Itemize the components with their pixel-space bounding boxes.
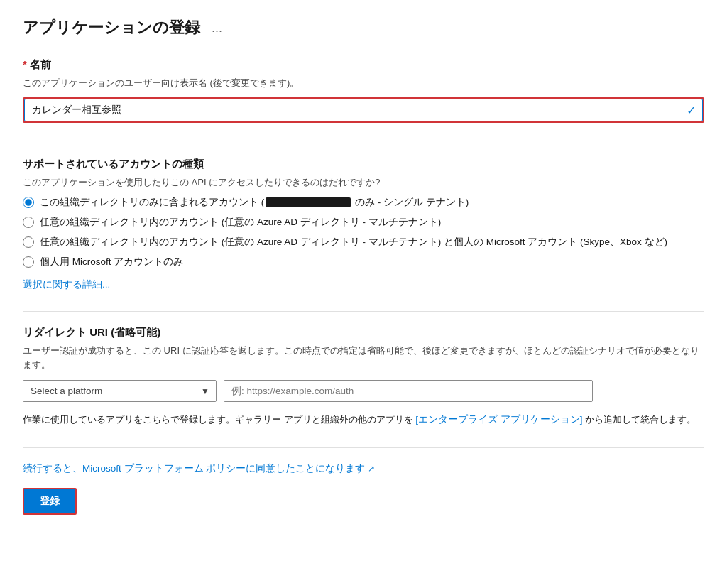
name-description: このアプリケーションのユーザー向け表示名 (後で変更できます)。: [23, 76, 704, 90]
detail-link[interactable]: 選択に関する詳細...: [23, 279, 110, 290]
page-title: アプリケーションの登録: [23, 17, 200, 38]
platform-select-wrapper: Select a platform Web Single-page applic…: [23, 380, 217, 402]
account-section-title: サポートされているアカウントの種類: [23, 158, 704, 171]
name-input-wrapper: ✓: [23, 97, 704, 123]
account-option-4[interactable]: 個人用 Microsoft アカウントのみ: [23, 256, 704, 268]
name-section: *名前 このアプリケーションのユーザー向け表示名 (後で変更できます)。 ✓: [23, 58, 704, 123]
external-link-icon: ↗: [368, 464, 375, 474]
divider-2: [23, 311, 704, 312]
account-radio-4[interactable]: [23, 256, 34, 268]
divider-1: [23, 143, 704, 143]
divider-3: [23, 447, 704, 448]
account-section: サポートされているアカウントの種類 このアプリケーションを使用したりこの API…: [23, 158, 704, 292]
redirect-section-title: リダイレクト URI (省略可能): [23, 326, 704, 339]
account-radio-2[interactable]: [23, 217, 34, 228]
platform-select[interactable]: Select a platform Web Single-page applic…: [23, 380, 217, 402]
account-radio-1[interactable]: [23, 197, 34, 208]
policy-row: 続行すると、Microsoft プラットフォーム ポリシーに同意したことになりま…: [23, 462, 704, 475]
name-input[interactable]: [24, 99, 703, 121]
required-star: *: [23, 58, 27, 70]
redirect-row: Select a platform Web Single-page applic…: [23, 380, 704, 402]
uri-input[interactable]: [224, 380, 593, 402]
redacted-org-name: [266, 197, 351, 207]
account-option-1[interactable]: この組織ディレクトリのみに含まれるアカウント ( のみ - シングル テナント): [23, 196, 704, 209]
policy-link[interactable]: 続行すると、Microsoft プラットフォーム ポリシーに同意したことになりま…: [23, 462, 375, 475]
account-option-3[interactable]: 任意の組織ディレクトリ内のアカウント (任意の Azure AD ディレクトリ …: [23, 236, 704, 249]
account-option-2[interactable]: 任意の組織ディレクトリ内のアカウント (任意の Azure AD ディレクトリ …: [23, 216, 704, 229]
account-section-description: このアプリケーションを使用したりこの API にアクセスしたりできるのはだれです…: [23, 175, 704, 190]
enterprise-app-link[interactable]: [エンタープライズ アプリケーション]: [415, 414, 582, 425]
register-button[interactable]: 登録: [23, 488, 77, 515]
ellipsis-button[interactable]: ...: [207, 19, 226, 37]
redirect-section: リダイレクト URI (省略可能) ユーザー認証が成功すると、この URI に認…: [23, 326, 704, 428]
account-type-radio-group: この組織ディレクトリのみに含まれるアカウント ( のみ - シングル テナント)…: [23, 196, 704, 268]
redirect-bottom-note: 作業に使用しているアプリをこちらで登録します。ギャラリー アプリと組織外の他のア…: [23, 412, 704, 428]
redirect-section-description: ユーザー認証が成功すると、この URI に認証応答を返します。この時点での指定は…: [23, 344, 704, 371]
account-radio-3[interactable]: [23, 236, 34, 248]
name-label: *名前: [23, 58, 704, 72]
check-icon: ✓: [687, 103, 696, 116]
